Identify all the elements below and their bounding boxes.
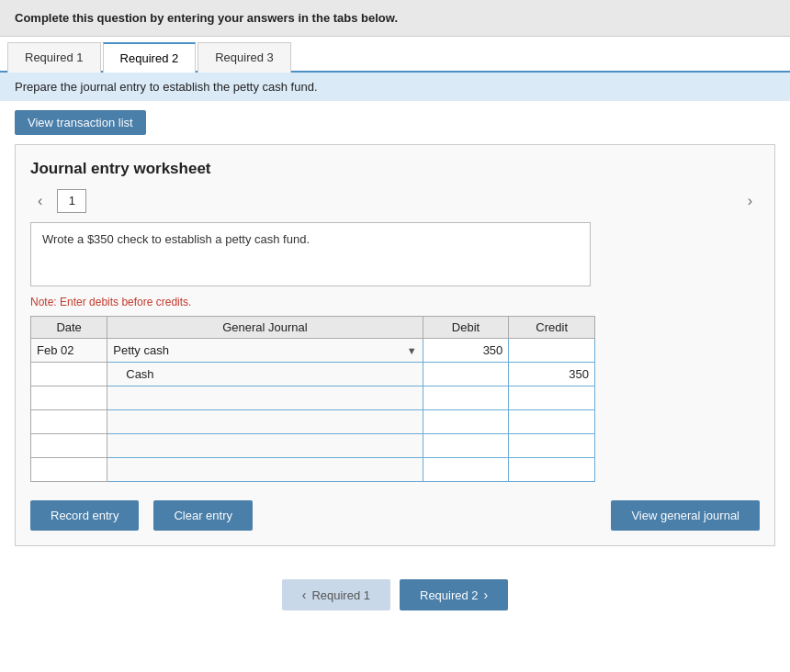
table-row bbox=[31, 434, 595, 458]
view-transaction-button[interactable]: View transaction list bbox=[15, 110, 146, 135]
debit-credit-note: Note: Enter debits before credits. bbox=[30, 296, 760, 308]
journal-table: Date General Journal Debit Credit Feb 02 bbox=[30, 316, 595, 482]
tabs-bar: Required 1 Required 2 Required 3 bbox=[0, 40, 790, 73]
row5-debit[interactable] bbox=[423, 434, 509, 458]
row6-date bbox=[31, 458, 107, 482]
row6-general-journal[interactable] bbox=[107, 458, 423, 482]
tab-required3[interactable]: Required 3 bbox=[198, 42, 291, 73]
tab-required2[interactable]: Required 2 bbox=[103, 42, 197, 73]
prev-arrow-icon: ‹ bbox=[302, 588, 307, 602]
bottom-next-button[interactable]: Required 2 › bbox=[400, 579, 508, 610]
row1-general-journal[interactable]: Petty cash ▼ bbox=[107, 339, 423, 363]
bottom-prev-button[interactable]: ‹ Required 1 bbox=[282, 579, 390, 610]
row4-general-journal[interactable] bbox=[107, 410, 423, 434]
col-header-general-journal: General Journal bbox=[107, 317, 423, 339]
row1-debit[interactable]: 350 bbox=[423, 339, 509, 363]
bottom-navigation: ‹ Required 1 Required 2 › bbox=[0, 561, 790, 625]
action-row: Record entry Clear entry View general jo… bbox=[30, 500, 760, 531]
prev-page-button[interactable]: ‹ bbox=[30, 189, 50, 213]
row5-date bbox=[31, 434, 107, 458]
table-row: Cash 350 bbox=[31, 363, 595, 386]
entry-description: Wrote a $350 check to establish a petty … bbox=[30, 222, 591, 286]
col-header-debit: Debit bbox=[423, 317, 509, 339]
next-page-button[interactable]: › bbox=[740, 189, 760, 213]
row5-general-journal[interactable] bbox=[107, 434, 423, 458]
row3-credit[interactable] bbox=[509, 386, 595, 410]
row1-credit[interactable] bbox=[509, 339, 595, 363]
page-number: 1 bbox=[57, 189, 86, 213]
row2-credit[interactable]: 350 bbox=[509, 363, 595, 386]
table-row bbox=[31, 410, 595, 434]
row6-debit[interactable] bbox=[423, 458, 509, 482]
row1-dropdown-icon[interactable]: ▼ bbox=[407, 345, 417, 356]
row1-date: Feb 02 bbox=[31, 339, 107, 363]
worksheet-container: Journal entry worksheet ‹ 1 › Wrote a $3… bbox=[15, 144, 775, 546]
worksheet-title: Journal entry worksheet bbox=[30, 160, 760, 178]
row2-date bbox=[31, 363, 107, 386]
row6-credit[interactable] bbox=[509, 458, 595, 482]
clear-entry-button[interactable]: Clear entry bbox=[153, 500, 253, 531]
next-arrow-icon: › bbox=[484, 588, 489, 602]
row5-credit[interactable] bbox=[509, 434, 595, 458]
row3-debit[interactable] bbox=[423, 386, 509, 410]
row2-general-journal[interactable]: Cash bbox=[107, 363, 423, 386]
worksheet-nav: ‹ 1 › bbox=[30, 189, 760, 213]
sub-instruction: Prepare the journal entry to establish t… bbox=[0, 73, 790, 101]
row4-debit[interactable] bbox=[423, 410, 509, 434]
row3-general-journal[interactable] bbox=[107, 386, 423, 410]
record-entry-button[interactable]: Record entry bbox=[30, 500, 139, 531]
view-general-journal-button[interactable]: View general journal bbox=[611, 500, 760, 531]
row2-entry-name: Cash bbox=[113, 367, 416, 381]
page-instruction: Complete this question by entering your … bbox=[0, 0, 790, 37]
tab-required1[interactable]: Required 1 bbox=[7, 42, 101, 73]
col-header-credit: Credit bbox=[509, 317, 595, 339]
row4-date bbox=[31, 410, 107, 434]
col-header-date: Date bbox=[31, 317, 107, 339]
table-row bbox=[31, 458, 595, 482]
row1-entry-name: Petty cash bbox=[113, 343, 405, 357]
table-row: Feb 02 Petty cash ▼ 350 bbox=[31, 339, 595, 363]
table-row bbox=[31, 386, 595, 410]
row2-debit[interactable] bbox=[423, 363, 509, 386]
row3-date bbox=[31, 386, 107, 410]
row4-credit[interactable] bbox=[509, 410, 595, 434]
